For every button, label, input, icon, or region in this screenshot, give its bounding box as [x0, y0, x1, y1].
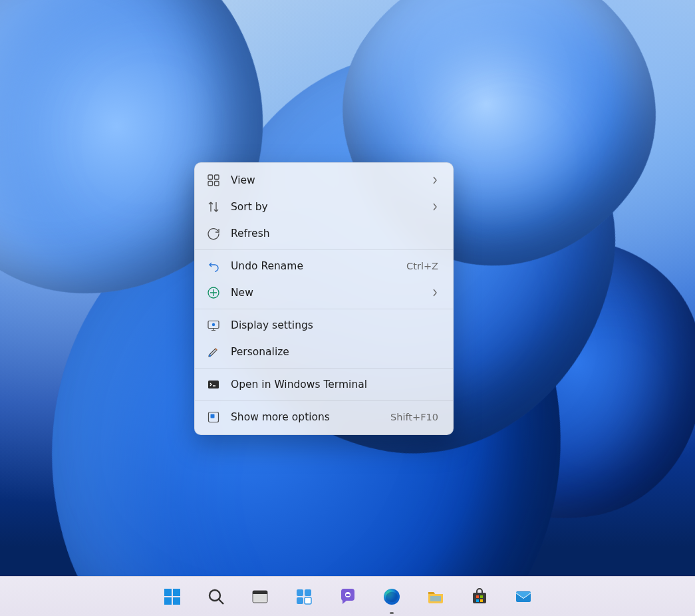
start-button[interactable]	[158, 583, 186, 611]
menu-label: Open in Windows Terminal	[231, 379, 438, 390]
menu-item-new[interactable]: New	[195, 279, 453, 306]
taskbar	[0, 576, 695, 616]
svg-rect-22	[346, 594, 350, 596]
desktop-context-menu: View Sort by Refresh Undo R	[194, 162, 454, 435]
widgets-button[interactable]	[290, 583, 318, 611]
menu-item-open-terminal[interactable]: Open in Windows Terminal	[195, 371, 453, 398]
active-indicator	[390, 612, 394, 614]
undo-icon	[207, 259, 220, 273]
more-options-icon	[207, 410, 220, 424]
svg-rect-0	[208, 175, 213, 180]
svg-rect-24	[430, 596, 441, 601]
personalize-icon	[207, 345, 220, 359]
svg-rect-13	[173, 597, 180, 605]
terminal-icon	[207, 378, 220, 391]
svg-rect-9	[211, 414, 215, 418]
svg-rect-29	[480, 599, 483, 602]
menu-label: Show more options	[231, 411, 380, 423]
search-button[interactable]	[202, 583, 230, 611]
svg-rect-16	[253, 591, 267, 594]
menu-item-undo-rename[interactable]: Undo Rename Ctrl+Z	[195, 253, 453, 279]
menu-separator	[195, 309, 453, 309]
svg-rect-10	[164, 589, 172, 596]
windows-logo-icon	[163, 587, 182, 606]
chevron-right-icon	[432, 176, 438, 184]
svg-rect-20	[305, 597, 311, 604]
svg-rect-28	[476, 599, 479, 602]
svg-rect-25	[473, 593, 486, 603]
edge-button[interactable]	[378, 583, 406, 611]
task-view-icon	[251, 587, 269, 606]
chevron-right-icon	[432, 203, 438, 211]
svg-rect-18	[305, 589, 311, 596]
mail-icon	[514, 587, 533, 606]
svg-rect-26	[476, 595, 479, 598]
widgets-icon	[295, 587, 313, 606]
svg-rect-19	[297, 597, 303, 604]
menu-item-personalize[interactable]: Personalize	[195, 339, 453, 365]
chat-button[interactable]	[334, 583, 362, 611]
menu-separator	[195, 249, 453, 250]
menu-separator	[195, 400, 453, 401]
svg-rect-2	[208, 182, 213, 186]
svg-rect-1	[215, 175, 219, 180]
store-button[interactable]	[466, 583, 493, 611]
new-icon	[207, 286, 220, 299]
menu-item-sort-by[interactable]: Sort by	[195, 194, 453, 220]
task-view-button[interactable]	[246, 583, 274, 611]
svg-rect-7	[208, 381, 219, 388]
store-icon	[470, 587, 489, 606]
menu-label: Sort by	[231, 201, 421, 213]
svg-rect-27	[480, 595, 483, 598]
menu-label: Display settings	[231, 319, 438, 331]
menu-label: New	[231, 287, 421, 299]
menu-shortcut: Ctrl+Z	[406, 261, 438, 271]
svg-rect-17	[297, 589, 303, 596]
view-icon	[207, 174, 220, 187]
svg-point-14	[209, 590, 220, 601]
mail-button[interactable]	[509, 583, 537, 611]
chevron-right-icon	[432, 289, 438, 297]
refresh-icon	[207, 227, 220, 240]
display-settings-icon	[207, 319, 220, 332]
menu-separator	[195, 368, 453, 369]
folder-icon	[426, 587, 445, 606]
file-explorer-button[interactable]	[422, 583, 450, 611]
chat-icon	[339, 587, 357, 606]
menu-item-show-more-options[interactable]: Show more options Shift+F10	[195, 404, 453, 430]
menu-label: Undo Rename	[231, 260, 396, 272]
menu-shortcut: Shift+F10	[390, 412, 438, 422]
svg-rect-11	[173, 589, 180, 596]
edge-icon	[382, 587, 401, 606]
menu-label: Personalize	[231, 346, 438, 358]
menu-item-refresh[interactable]: Refresh	[195, 220, 453, 247]
svg-point-6	[212, 323, 215, 326]
menu-item-display-settings[interactable]: Display settings	[195, 312, 453, 339]
svg-rect-3	[215, 182, 219, 186]
svg-rect-12	[164, 597, 172, 605]
menu-label: Refresh	[231, 228, 438, 239]
search-icon	[207, 587, 225, 606]
sort-icon	[207, 200, 220, 214]
menu-label: View	[231, 174, 421, 186]
menu-item-view[interactable]: View	[195, 167, 453, 194]
